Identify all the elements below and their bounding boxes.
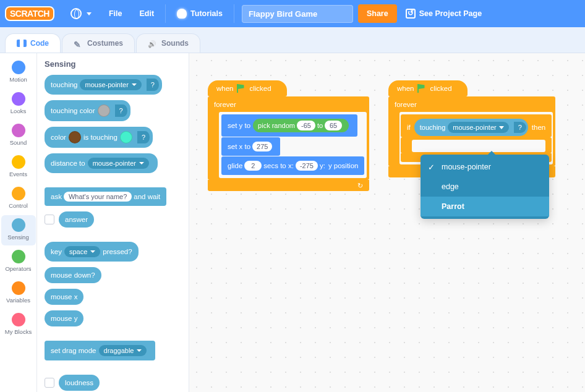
block-text: secs to x: bbox=[263, 162, 294, 169]
dropdown-option-mouse-pointer[interactable]: mouse-pointer bbox=[421, 157, 549, 177]
divider bbox=[165, 4, 166, 23]
number-input[interactable]: 65 bbox=[325, 121, 342, 130]
divider bbox=[234, 4, 234, 23]
tutorials-button[interactable]: Tutorials bbox=[168, 0, 231, 27]
c-block-mouth[interactable]: set y to pick random -65 to 65 set x to … bbox=[219, 112, 367, 178]
block-text: glide bbox=[228, 162, 242, 169]
block-set-drag-mode[interactable]: set drag mode draggable bbox=[45, 341, 155, 360]
category-control[interactable]: Control bbox=[1, 184, 36, 214]
scratch-logo[interactable]: SCRATCH bbox=[5, 6, 54, 21]
number-input[interactable]: 275 bbox=[252, 142, 272, 151]
category-color-dot bbox=[12, 92, 25, 106]
palette-category-header: Sensing bbox=[45, 59, 184, 69]
color-input[interactable] bbox=[120, 131, 132, 143]
chevron-down-icon bbox=[139, 162, 144, 164]
number-input[interactable]: -65 bbox=[297, 121, 315, 130]
category-variables[interactable]: Variables bbox=[1, 278, 36, 309]
block-key-pressed[interactable]: key space pressed? bbox=[45, 242, 139, 262]
block-text: pick random bbox=[258, 122, 295, 129]
block-text: ask bbox=[51, 193, 62, 200]
dropdown-label: space bbox=[69, 248, 87, 255]
block-answer[interactable]: answer bbox=[59, 211, 94, 228]
category-events[interactable]: Events bbox=[1, 152, 36, 182]
block-when-flag-clicked[interactable]: when clicked bbox=[208, 80, 287, 96]
reporter-checkbox[interactable] bbox=[45, 378, 54, 388]
block-loudness[interactable]: loudness bbox=[59, 375, 100, 391]
category-color-dot bbox=[12, 124, 25, 137]
text-input[interactable]: What's your name? bbox=[64, 192, 132, 202]
code-workspace[interactable]: when clicked forever set y to pick rando… bbox=[189, 53, 585, 392]
category-color-dot bbox=[12, 250, 25, 263]
block-text: to bbox=[317, 122, 323, 129]
tutorials-label: Tutorials bbox=[190, 9, 223, 18]
block-text: ? bbox=[137, 131, 150, 143]
number-input[interactable]: -275 bbox=[296, 161, 318, 171]
share-button[interactable]: Share bbox=[358, 4, 397, 23]
color-input[interactable] bbox=[98, 104, 110, 117]
category-my-blocks[interactable]: My Blocks bbox=[1, 310, 36, 340]
block-when-flag-clicked[interactable]: when clicked bbox=[388, 80, 468, 96]
block-distance-to[interactable]: distance to mouse-pointer bbox=[45, 153, 158, 173]
editor-tabs: Code Costumes Sounds bbox=[0, 27, 585, 53]
edit-menu[interactable]: Edit bbox=[130, 0, 163, 27]
category-operators[interactable]: Operators bbox=[1, 247, 36, 277]
number-input[interactable]: 2 bbox=[244, 161, 262, 171]
project-title-input[interactable] bbox=[242, 5, 353, 23]
dropdown-key[interactable]: space bbox=[64, 246, 100, 257]
category-label: Control bbox=[1, 202, 36, 209]
category-looks[interactable]: Looks bbox=[1, 89, 36, 119]
block-touching[interactable]: touching mouse-pointer ? bbox=[45, 75, 162, 95]
menubar: SCRATCH File Edit Tutorials Share See Pr… bbox=[0, 0, 585, 27]
c-block-mouth[interactable] bbox=[412, 140, 545, 152]
block-text: y position bbox=[328, 162, 359, 169]
tab-code[interactable]: Code bbox=[5, 33, 61, 53]
category-label: Variables bbox=[1, 297, 36, 304]
block-mouse-down[interactable]: mouse down? bbox=[45, 267, 101, 283]
block-text: y: bbox=[320, 162, 325, 169]
block-mouse-x[interactable]: mouse x bbox=[45, 289, 83, 305]
reporter-checkbox[interactable] bbox=[45, 215, 54, 224]
tab-sounds-label: Sounds bbox=[161, 39, 189, 48]
category-sound[interactable]: Sound bbox=[1, 121, 36, 151]
dropdown-label: mouse-pointer bbox=[93, 160, 136, 167]
category-motion[interactable]: Motion bbox=[1, 58, 36, 88]
category-color-dot bbox=[12, 313, 25, 326]
file-menu[interactable]: File bbox=[100, 0, 131, 27]
dropdown-label: draggable bbox=[104, 347, 134, 354]
block-mouse-y[interactable]: mouse y bbox=[45, 310, 83, 326]
block-if-then[interactable]: if touching mouse-pointer ? then bbox=[401, 114, 552, 137]
dropdown-mouse-pointer[interactable]: mouse-pointer bbox=[80, 79, 141, 90]
block-forever[interactable]: forever set y to pick random -65 to 65 bbox=[208, 96, 369, 180]
dropdown-option-parrot[interactable]: Parrot bbox=[421, 197, 549, 216]
block-set-x[interactable]: set x to 275 bbox=[221, 137, 280, 156]
tab-sounds[interactable]: Sounds bbox=[136, 33, 200, 53]
main-editor: MotionLooksSoundEventsControlSensingOper… bbox=[0, 53, 585, 392]
category-sensing[interactable]: Sensing bbox=[1, 215, 36, 245]
block-touching-color[interactable]: touching color ? bbox=[45, 100, 130, 121]
block-text: if bbox=[407, 124, 411, 131]
dropdown-drag-mode[interactable]: draggable bbox=[99, 345, 147, 356]
loop-arrow-icon bbox=[208, 180, 369, 191]
see-project-page[interactable]: See Project Page bbox=[397, 9, 490, 19]
category-color-dot bbox=[12, 61, 25, 74]
tab-costumes-label: Costumes bbox=[87, 39, 123, 48]
block-color-touching-color[interactable]: color is touching ? bbox=[45, 127, 153, 148]
dropdown-touching-target[interactable]: mouse-pointer bbox=[448, 122, 508, 133]
tab-costumes[interactable]: Costumes bbox=[62, 33, 135, 53]
block-set-y[interactable]: set y to pick random -65 to 65 bbox=[221, 114, 357, 137]
block-ask-wait[interactable]: ask What's your name? and wait bbox=[45, 187, 166, 206]
color-input[interactable] bbox=[69, 131, 81, 143]
block-text: touching bbox=[51, 81, 77, 88]
script-stack[interactable]: when clicked forever set y to pick rando… bbox=[208, 80, 369, 191]
block-touching[interactable]: touching mouse-pointer ? bbox=[414, 119, 528, 136]
dropdown-option-edge[interactable]: edge bbox=[421, 177, 549, 197]
dropdown-mouse-pointer[interactable]: mouse-pointer bbox=[88, 158, 149, 169]
language-menu[interactable] bbox=[62, 0, 100, 27]
block-pick-random[interactable]: pick random -65 to 65 bbox=[253, 119, 349, 132]
block-glide[interactable]: glide 2 secs to x: -275 y: y position bbox=[221, 156, 364, 175]
block-text: then bbox=[532, 124, 545, 131]
dropdown-label: mouse-pointer bbox=[85, 81, 128, 88]
block-text: pressed? bbox=[103, 248, 132, 255]
block-palette[interactable]: Sensing touching mouse-pointer ? touchin… bbox=[37, 53, 189, 392]
block-text: set drag mode bbox=[51, 347, 96, 354]
